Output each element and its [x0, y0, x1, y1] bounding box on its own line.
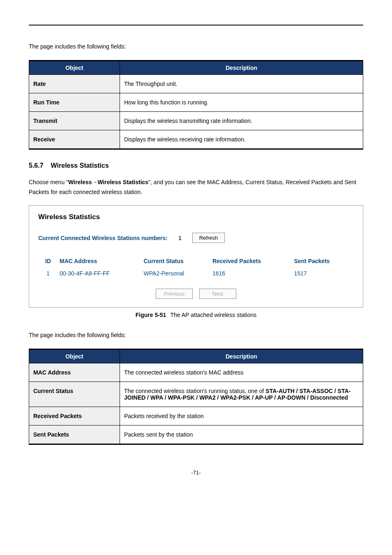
table1-desc-0: The Throughput unit.	[120, 74, 363, 93]
table-row: MAC Address The connected wireless stati…	[29, 363, 363, 382]
table2-desc-1: The connected wireless station's running…	[120, 382, 363, 407]
table1-header-object: Object	[29, 60, 120, 74]
para-pre: Choose menu "	[29, 179, 68, 185]
next-button[interactable]: Next	[199, 289, 236, 299]
stations-table: ID MAC Address Current Status Received P…	[38, 255, 354, 278]
arrow-icon: →	[92, 179, 98, 185]
table1-header-description: Description	[120, 60, 363, 74]
table2-desc-2: Packets received by the station	[120, 407, 363, 426]
table1-desc-1: How long this function is running.	[120, 93, 363, 111]
fields-table-2: Object Description MAC Address The conne…	[29, 349, 363, 445]
connected-row: Current Connected Wireless Stations numb…	[38, 233, 354, 243]
station-status-0: WPA2-Personal	[142, 268, 210, 278]
page-number: -71-	[29, 469, 363, 476]
table1-desc-3: Displays the wireless receiving rate inf…	[120, 130, 363, 149]
station-recv-0: 1616	[211, 268, 292, 278]
figure-caption: Figure 5-51The AP attached wireless stat…	[29, 312, 363, 318]
panel-title: Wireless Statistics	[38, 213, 354, 221]
table1-obj-3: Receive	[29, 130, 120, 149]
table2-header-description: Description	[120, 349, 363, 363]
station-id-0: 1	[38, 268, 58, 278]
refresh-button[interactable]: Refresh	[192, 233, 225, 243]
para-bold1: Wireless	[68, 179, 92, 185]
top-rule	[29, 25, 363, 25]
table2-obj-2: Received Packets	[29, 407, 120, 426]
table-row: 1 00-30-4F-A8-FF-FF WPA2-Personal 1616 1…	[38, 268, 354, 278]
station-sent-0: 1517	[292, 268, 354, 278]
intro-text-2: The page includes the following fields:	[29, 331, 363, 340]
table-row: Transmit Displays the wireless transmitt…	[29, 111, 363, 130]
table-row: Rate The Throughput unit.	[29, 74, 363, 93]
figure-label: Figure 5-51	[136, 312, 166, 318]
section-heading: 5.6.7Wireless Statistics	[29, 162, 363, 169]
previous-button[interactable]: Previous	[156, 289, 193, 299]
stations-header-id: ID	[38, 255, 58, 268]
table-row: Sent Packets Packets sent by the station	[29, 426, 363, 444]
table-row: Run Time How long this function is runni…	[29, 93, 363, 111]
table2-desc-1-pre: The connected wireless station's running…	[124, 388, 265, 394]
table2-header-object: Object	[29, 349, 120, 363]
table1-obj-1: Run Time	[29, 93, 120, 111]
table1-desc-2: Displays the wireless transmitting rate …	[120, 111, 363, 130]
figure-text: The AP attached wireless stations	[170, 312, 256, 318]
wireless-statistics-panel: Wireless Statistics Current Connected Wi…	[29, 205, 363, 308]
para-bold2: Wireless Statistics	[98, 179, 149, 185]
station-mac-0: 00-30-4F-A8-FF-FF	[58, 268, 142, 278]
table2-desc-3: Packets sent by the station	[120, 426, 363, 444]
connected-label: Current Connected Wireless Stations numb…	[38, 235, 168, 241]
table-row: Receive Displays the wireless receiving …	[29, 130, 363, 149]
table2-obj-1: Current Status	[29, 382, 120, 407]
fields-table-1: Object Description Rate The Throughput u…	[29, 60, 363, 150]
table-row: Received Packets Packets received by the…	[29, 407, 363, 426]
stations-header-recv: Received Packets	[211, 255, 292, 268]
section-number: 5.6.7	[29, 162, 44, 169]
stations-header-status: Current Status	[142, 255, 210, 268]
table2-obj-0: MAC Address	[29, 363, 120, 382]
section-title: Wireless Statistics	[51, 162, 109, 169]
pager: Previous Next	[38, 289, 354, 299]
table1-obj-2: Transmit	[29, 111, 120, 130]
table-row: Current Status The connected wireless st…	[29, 382, 363, 407]
table2-obj-3: Sent Packets	[29, 426, 120, 444]
table1-obj-0: Rate	[29, 74, 120, 93]
section-paragraph: Choose menu "Wireless→Wireless Statistic…	[29, 178, 363, 197]
connected-count: 1	[175, 235, 185, 241]
table2-desc-0: The connected wireless station's MAC add…	[120, 363, 363, 382]
stations-header-sent: Sent Packets	[292, 255, 354, 268]
intro-text-1: The page includes the following fields:	[29, 42, 363, 52]
stations-header-mac: MAC Address	[58, 255, 142, 268]
